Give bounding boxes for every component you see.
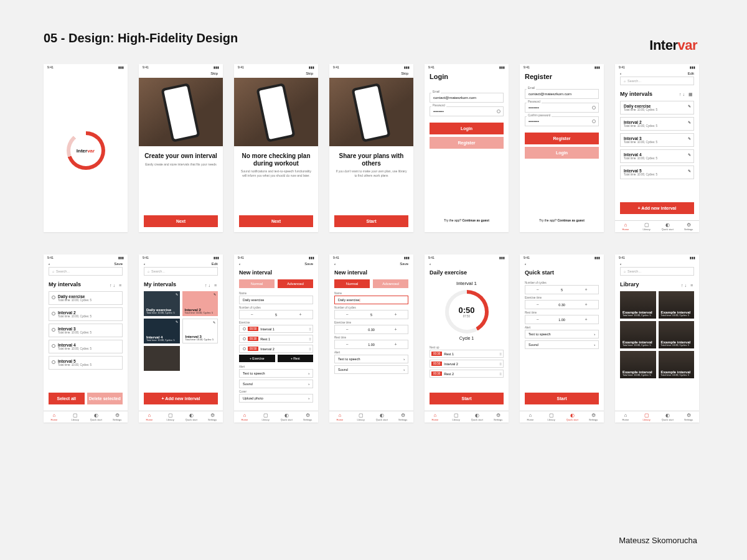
library-card[interactable]: Example intervalTotal time: 10.00, Cycle… xyxy=(659,321,695,348)
tab-home[interactable]: ⌂Home xyxy=(329,413,350,421)
back-button[interactable]: ‹ xyxy=(430,262,431,266)
interval-card[interactable]: Interval 4Total time: 10.00, Cycles: 5 xyxy=(49,340,123,353)
cycles-stepper[interactable]: −5+ xyxy=(525,285,599,294)
back-button[interactable]: ‹ xyxy=(334,262,336,266)
tab-settings[interactable]: ⚙Settings xyxy=(678,413,699,421)
interval-card[interactable]: Interval 5Total time: 10.00, Cycles: 5 xyxy=(49,356,123,370)
queue-row[interactable]: 00:50Interval 2≡ xyxy=(430,360,504,368)
tab-settings[interactable]: ⚙Settings xyxy=(583,413,604,421)
name-input[interactable]: Daily exercise| xyxy=(334,296,408,304)
email-field[interactable]: Emailcontact@mateszkom.com xyxy=(430,93,504,103)
sort-icon[interactable]: ↑↓ ≡ xyxy=(681,283,694,287)
edit-icon[interactable]: ✎ xyxy=(688,120,691,124)
library-card[interactable]: Example intervalTotal time: 10.00, Cycle… xyxy=(659,351,695,378)
edit-icon[interactable]: ✎ xyxy=(176,292,178,296)
cycles-stepper[interactable]: −5+ xyxy=(334,310,408,319)
tab-quickstart[interactable]: ◐Quick start xyxy=(562,413,583,421)
library-card[interactable]: Example intervalTotal time: 10.00, Cycle… xyxy=(620,321,656,348)
edit-icon[interactable]: ✎ xyxy=(688,136,691,141)
alert-select-tts[interactable]: Text to speech› xyxy=(334,355,408,363)
exercise-row[interactable]: 00:30Rest 1≡ xyxy=(239,335,313,343)
exercise-time-stepper[interactable]: −0.30+ xyxy=(334,325,408,334)
add-rest-button[interactable]: + Rest xyxy=(278,355,314,362)
skip-link[interactable]: Skip xyxy=(210,72,218,75)
seg-advanced[interactable]: Advanced xyxy=(278,279,313,288)
library-card[interactable]: Example intervalTotal time: 10.00, Cycle… xyxy=(620,351,656,378)
rest-time-stepper[interactable]: −1.00+ xyxy=(525,315,599,324)
save-link[interactable]: Save xyxy=(400,262,408,266)
tab-quickstart[interactable]: ◐Quick start xyxy=(276,413,298,421)
delete-selected-button[interactable]: Delete selected xyxy=(87,393,123,404)
minus-icon[interactable]: − xyxy=(240,310,264,319)
edit-link[interactable]: Edit xyxy=(212,262,218,266)
sort-icon[interactable]: ↑↓ ▦ xyxy=(679,92,694,97)
alert-select-sound[interactable]: Sound› xyxy=(525,340,599,349)
guest-link[interactable]: Try the app? Continue as guest xyxy=(430,212,504,228)
interval-grid-card[interactable]: ✎Interval 4Total time: 10.00, Cycles: 5 xyxy=(144,319,180,343)
tab-library[interactable]: ▢Library xyxy=(160,413,181,421)
add-interval-button[interactable]: + Add new interval xyxy=(620,202,694,214)
sort-icon[interactable]: ↑↓ ≡ xyxy=(110,283,123,287)
tab-library[interactable]: ▢Library xyxy=(65,413,86,421)
tab-settings[interactable]: ⚙Settings xyxy=(202,413,223,421)
tab-settings[interactable]: ⚙Settings xyxy=(392,413,413,421)
interval-card[interactable]: Daily exerciseTotal time: 10.00, Cycles:… xyxy=(49,291,123,305)
tab-settings[interactable]: ⚙Settings xyxy=(678,223,699,231)
add-exercise-button[interactable]: + Exercise xyxy=(239,355,275,362)
tab-library[interactable]: ▢Library xyxy=(636,413,657,421)
library-card[interactable]: Example intervalTotal time: 10.00, Cycle… xyxy=(620,291,656,319)
tab-home[interactable]: ⌂Home xyxy=(615,413,636,421)
interval-card[interactable]: Interval 3Total time: 10.00, Cycles: 5✎ xyxy=(620,133,694,147)
drag-icon[interactable]: ≡ xyxy=(309,327,311,331)
search-input[interactable]: Search... xyxy=(620,77,694,85)
eye-icon[interactable] xyxy=(497,110,500,113)
edit-icon[interactable]: ✎ xyxy=(688,169,691,173)
skip-link[interactable]: Skip xyxy=(306,72,313,75)
back-button[interactable]: ‹ xyxy=(239,262,240,266)
tab-home[interactable]: ⌂Home xyxy=(425,413,446,421)
queue-row[interactable]: 00:30Rest 1≡ xyxy=(430,350,504,358)
alert-select-tts[interactable]: Text to speech› xyxy=(239,369,313,378)
next-button[interactable]: Next xyxy=(239,215,313,227)
interval-grid-card[interactable]: ✎Interval 3Total time: 10.00, Cycles: 5 xyxy=(182,319,218,343)
login-button[interactable]: Login xyxy=(430,123,504,134)
edit-icon[interactable]: ✎ xyxy=(688,152,691,157)
start-button[interactable]: Start xyxy=(334,215,408,227)
interval-grid-card[interactable] xyxy=(144,346,180,371)
tab-quickstart[interactable]: ◐Quick start xyxy=(86,413,107,421)
tab-home[interactable]: ⌂Home xyxy=(139,413,160,421)
interval-card[interactable]: Daily exerciseTotal time: 10.00, Cycles:… xyxy=(620,101,694,114)
tab-quickstart[interactable]: ◐Quick start xyxy=(467,413,488,421)
seg-normal[interactable]: Normal xyxy=(239,279,275,288)
edit-icon[interactable]: ✎ xyxy=(688,104,691,108)
seg-normal[interactable]: Normal xyxy=(334,279,370,288)
search-input[interactable]: Search... xyxy=(144,267,218,276)
back-button[interactable]: ‹ xyxy=(49,262,50,266)
tab-quickstart[interactable]: ◐Quick start xyxy=(657,223,679,231)
password-field[interactable]: Password•••••••• xyxy=(430,106,504,116)
plus-icon[interactable]: + xyxy=(288,310,312,319)
start-button[interactable]: Start xyxy=(525,393,599,404)
alert-select-tts[interactable]: Text to speech› xyxy=(525,330,599,338)
tab-quickstart[interactable]: ◐Quick start xyxy=(372,413,393,421)
start-button[interactable]: Start xyxy=(430,393,504,404)
exercise-row[interactable]: 00:50Interval 1≡ xyxy=(239,325,313,333)
next-button[interactable]: Next xyxy=(144,215,218,227)
search-input[interactable]: Search... xyxy=(620,267,694,276)
tab-library[interactable]: ▢Library xyxy=(255,413,276,421)
tab-quickstart[interactable]: ◐Quick start xyxy=(657,413,679,421)
save-link[interactable]: Save xyxy=(114,262,123,266)
tab-home[interactable]: ⌂Home xyxy=(520,413,541,421)
interval-grid-card[interactable]: ✎Interval 2Total time: 10.00, Cycles: 5 xyxy=(182,291,218,316)
tab-home[interactable]: ⌂Home xyxy=(44,413,65,421)
interval-card[interactable]: Interval 3Total time: 10.00, Cycles: 5 xyxy=(49,324,123,337)
name-input[interactable]: Daily exercise xyxy=(239,296,313,304)
tab-settings[interactable]: ⚙Settings xyxy=(297,413,318,421)
interval-card[interactable]: Interval 2Total time: 10.00, Cycles: 5 xyxy=(49,307,123,321)
back-button[interactable]: ‹ xyxy=(525,262,526,266)
mode-segmented[interactable]: NormalAdvanced xyxy=(239,279,313,288)
email-field[interactable]: Emailcontact@mateszkom.com xyxy=(525,89,599,99)
library-card[interactable]: Example intervalTotal time: 10.00, Cycle… xyxy=(659,291,695,319)
eye-icon[interactable] xyxy=(592,106,596,110)
sort-icon[interactable]: ↑↓ ≡ xyxy=(205,283,218,287)
